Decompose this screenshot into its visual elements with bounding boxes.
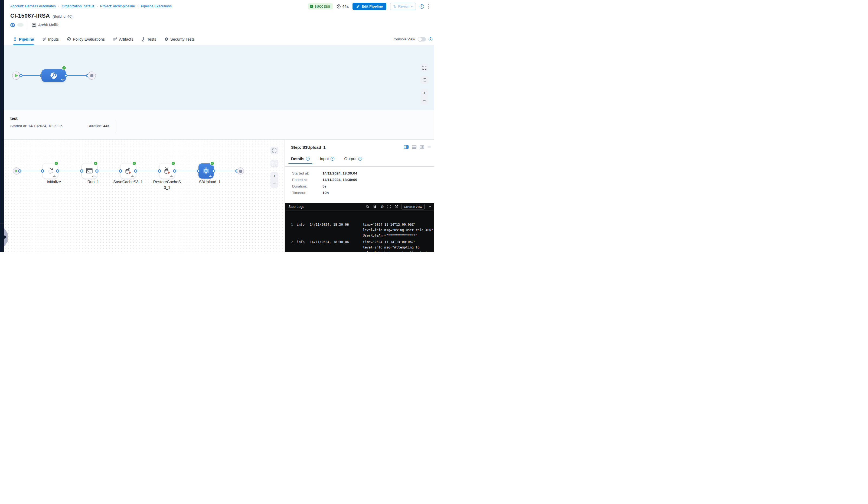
log-line-number: 1 bbox=[289, 222, 293, 238]
floating-view-icon[interactable] bbox=[420, 145, 424, 149]
search-icon[interactable] bbox=[366, 205, 370, 209]
tab-tests[interactable]: Tests bbox=[141, 33, 156, 45]
breadcrumb-pipeline-executions[interactable]: Pipeline Executions bbox=[141, 4, 172, 8]
ci-stage-icon bbox=[50, 72, 58, 80]
play-icon bbox=[16, 170, 18, 172]
breadcrumb-organization[interactable]: Organization: default bbox=[62, 4, 94, 8]
more-options-menu[interactable] bbox=[428, 3, 430, 9]
step-label[interactable]: S3Upload_1 bbox=[189, 179, 230, 185]
tab-policy-evaluations[interactable]: Policy Evaluations bbox=[67, 33, 105, 45]
stage-summary-name: test bbox=[10, 116, 18, 121]
zoom-in-button[interactable]: + bbox=[421, 89, 428, 97]
console-view-label: Console View bbox=[394, 37, 415, 41]
graph-port bbox=[41, 169, 44, 173]
breadcrumb-project[interactable]: Project: archit-pipeline bbox=[100, 4, 135, 8]
console-view-button[interactable]: Console View bbox=[402, 204, 424, 210]
expand-arrow-icon bbox=[4, 235, 7, 239]
log-level: info bbox=[297, 222, 306, 238]
pipeline-icon bbox=[13, 37, 17, 41]
download-logs-icon[interactable] bbox=[428, 205, 432, 209]
fullscreen-button[interactable] bbox=[421, 64, 428, 72]
trigger-pill bbox=[17, 23, 23, 27]
split-right-view-icon[interactable] bbox=[404, 145, 409, 149]
step-label[interactable]: SaveCacheS3_1 bbox=[108, 179, 148, 185]
stage-node-test[interactable]: </> bbox=[41, 69, 66, 82]
detail-value: 14/11/2024, 18:30:04 bbox=[322, 171, 357, 175]
fullscreen-button[interactable] bbox=[270, 147, 278, 154]
chevron-right-icon: › bbox=[58, 4, 59, 8]
rerun-button[interactable]: Re-run bbox=[390, 3, 416, 10]
total-duration: 44s bbox=[337, 4, 349, 9]
expand-logs-icon[interactable] bbox=[388, 205, 391, 208]
step-node-savecaches3-1[interactable]: </> bbox=[121, 163, 136, 179]
save-cache-icon bbox=[124, 167, 132, 174]
step-logs-body[interactable]: 1 info 14/11/2024, 18:30:06 time="2024-1… bbox=[285, 211, 434, 252]
execution-graph-canvas[interactable]: </> ✓ Initialize </> ✓ Run_1 bbox=[4, 139, 285, 252]
tab-label: Tests bbox=[147, 37, 156, 41]
step-label[interactable]: Initialize bbox=[33, 179, 74, 185]
step-node-run-1[interactable]: </> bbox=[82, 163, 97, 179]
edit-pipeline-label: Edit Pipeline bbox=[362, 4, 383, 8]
tab-artifacts[interactable]: Artifacts bbox=[113, 33, 133, 45]
graph-port bbox=[80, 169, 83, 173]
divider bbox=[28, 21, 28, 29]
log-message: time="2024-11-14T13:00:06Z" level=info m… bbox=[363, 239, 434, 252]
graph-port bbox=[18, 169, 21, 173]
breadcrumb-account[interactable]: Account: Harness Automates bbox=[10, 4, 56, 8]
step-details-panel: Step: S3Upload_1 Detailsi Inputi Outputi… bbox=[285, 139, 434, 252]
detail-label: Duration: bbox=[292, 184, 307, 188]
step-node-restorecaches3-1[interactable]: </> bbox=[159, 163, 175, 179]
marquee-select-button[interactable] bbox=[421, 76, 428, 84]
tab-details[interactable]: Detailsi bbox=[291, 157, 310, 164]
collapse-panel-icon[interactable] bbox=[427, 147, 431, 148]
log-row: 2 info 14/11/2024, 18:30:06 time="2024-1… bbox=[289, 239, 434, 252]
log-level: info bbox=[297, 239, 306, 252]
graph-port bbox=[158, 169, 161, 173]
step-logs-header: Step Logs Console View bbox=[285, 203, 434, 211]
copy-icon[interactable] bbox=[373, 204, 377, 209]
zoom-out-button[interactable]: − bbox=[270, 180, 278, 188]
tab-label: Policy Evaluations bbox=[73, 37, 105, 41]
info-icon[interactable]: i bbox=[420, 4, 424, 9]
zoom-out-button[interactable]: − bbox=[421, 97, 428, 104]
console-view-switch[interactable] bbox=[418, 37, 426, 41]
step-node-s3upload-1[interactable]: </> bbox=[198, 163, 214, 179]
graph-port bbox=[134, 169, 137, 173]
artifacts-icon bbox=[113, 37, 117, 41]
step-node-initialize[interactable]: </> bbox=[42, 163, 58, 179]
status-text: SUCCESS bbox=[314, 5, 330, 8]
s3-upload-icon bbox=[202, 167, 210, 175]
tab-label: Artifacts bbox=[119, 37, 133, 41]
info-icon: i bbox=[306, 157, 310, 161]
tab-inputs[interactable]: Inputs bbox=[42, 33, 59, 45]
marquee-select-button[interactable] bbox=[270, 160, 278, 168]
split-bottom-view-icon[interactable] bbox=[412, 145, 416, 149]
log-timestamp: 14/11/2024, 18:30:06 bbox=[310, 239, 359, 252]
tab-security-tests[interactable]: Security Tests bbox=[164, 33, 195, 45]
breadcrumb: Account: Harness Automates › Organizatio… bbox=[10, 4, 172, 8]
sidebar-divider bbox=[0, 223, 4, 224]
stage-duration: Duration: 44s bbox=[87, 124, 110, 128]
open-external-icon[interactable] bbox=[394, 205, 398, 208]
tab-pipeline[interactable]: Pipeline bbox=[13, 33, 34, 45]
step-label[interactable]: RestoreCacheS 3_1 bbox=[147, 179, 187, 191]
tab-output[interactable]: Outputi bbox=[344, 157, 362, 164]
caret-down-icon bbox=[411, 4, 412, 8]
initialize-icon bbox=[46, 167, 54, 174]
stage-graph-canvas[interactable]: </> ✓ test + − bbox=[4, 45, 434, 110]
graph-port bbox=[173, 169, 176, 173]
info-icon[interactable]: i bbox=[428, 37, 432, 41]
zoom-controls: + − bbox=[270, 172, 278, 188]
code-icon: </> bbox=[131, 175, 134, 178]
tab-input[interactable]: Inputi bbox=[320, 157, 334, 164]
code-icon: </> bbox=[61, 78, 64, 81]
shield-search-icon bbox=[164, 37, 168, 41]
detail-value: 10h bbox=[322, 191, 329, 195]
detail-value: 5s bbox=[322, 184, 327, 188]
graph-edge bbox=[20, 171, 42, 172]
edit-pipeline-button[interactable]: Edit Pipeline bbox=[352, 3, 386, 10]
settings-gear-icon[interactable] bbox=[380, 204, 384, 209]
code-icon: </> bbox=[170, 175, 173, 178]
zoom-in-button[interactable]: + bbox=[270, 172, 278, 180]
step-label[interactable]: Run_1 bbox=[73, 179, 113, 185]
